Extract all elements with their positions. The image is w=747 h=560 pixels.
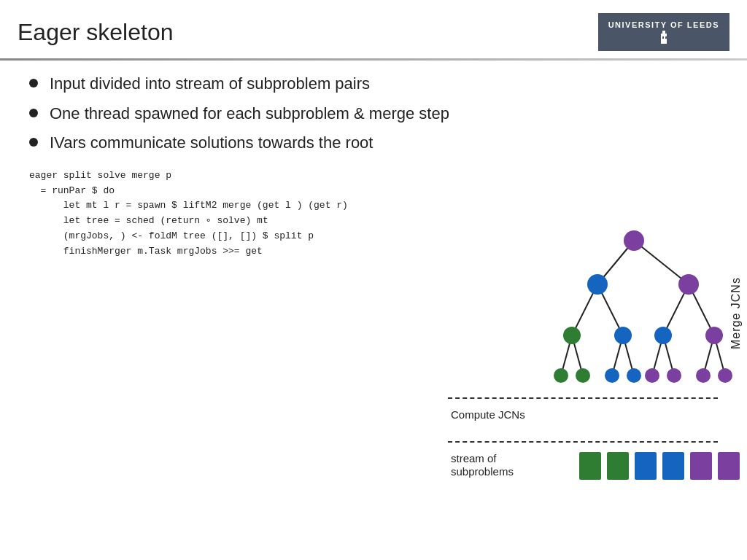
compute-jcns-label: Compute JCNs	[451, 408, 525, 421]
logo-icon	[655, 31, 673, 44]
sp-rect-4	[662, 452, 684, 480]
svg-point-22	[614, 327, 632, 344]
tree-diagram	[535, 226, 732, 394]
svg-point-25	[554, 368, 568, 383]
svg-point-21	[563, 327, 581, 344]
bullet-list: Input divided into stream of subproblem …	[0, 74, 747, 154]
logo-text: UNIVERSITY OF LEEDS	[608, 20, 719, 29]
sp-rect-3	[635, 452, 657, 480]
bullet-dot-1	[29, 79, 38, 88]
svg-line-5	[634, 241, 689, 284]
svg-rect-2	[662, 36, 664, 39]
header: Eager skeleton UNIVERSITY OF LEEDS	[0, 0, 747, 58]
svg-point-19	[587, 274, 608, 295]
bullet-item-2: One thread spawned for each subproblem &…	[29, 104, 718, 125]
svg-point-28	[627, 368, 641, 383]
svg-point-31	[696, 368, 711, 383]
sp-rect-6	[718, 452, 740, 480]
sp-rect-1	[579, 452, 601, 480]
svg-rect-3	[665, 36, 667, 39]
dotted-line-bottom	[448, 441, 718, 443]
header-divider	[0, 58, 747, 61]
sp-rect-5	[690, 452, 712, 480]
svg-point-27	[605, 368, 619, 383]
stream-label: stream of subproblems	[451, 452, 514, 478]
sp-rect-2	[607, 452, 629, 480]
svg-point-26	[576, 368, 590, 383]
bullet-item-1: Input divided into stream of subproblem …	[29, 74, 718, 95]
svg-point-23	[654, 327, 672, 344]
svg-rect-1	[662, 31, 665, 35]
svg-point-29	[645, 368, 659, 383]
university-logo: UNIVERSITY OF LEEDS	[598, 13, 729, 51]
svg-point-18	[624, 230, 644, 251]
bullet-dot-2	[29, 109, 38, 117]
diagram-area: Merge JCNs Compute JCNs stream of subpro…	[441, 241, 747, 547]
dotted-line-top	[448, 397, 718, 399]
svg-point-20	[678, 274, 699, 295]
bullet-text-3: IVars communicate solutions towards the …	[50, 133, 373, 154]
bullet-dot-3	[29, 138, 38, 147]
bullet-text-2: One thread spawned for each subproblem &…	[50, 104, 449, 125]
svg-point-24	[705, 327, 723, 344]
subproblem-rects	[579, 452, 740, 480]
page-title: Eager skeleton	[18, 19, 173, 46]
bullet-text-1: Input divided into stream of subproblem …	[50, 74, 370, 95]
svg-point-30	[667, 368, 681, 383]
merge-jcns-label: Merge JCNs	[729, 241, 743, 386]
bullet-item-3: IVars communicate solutions towards the …	[29, 133, 718, 154]
